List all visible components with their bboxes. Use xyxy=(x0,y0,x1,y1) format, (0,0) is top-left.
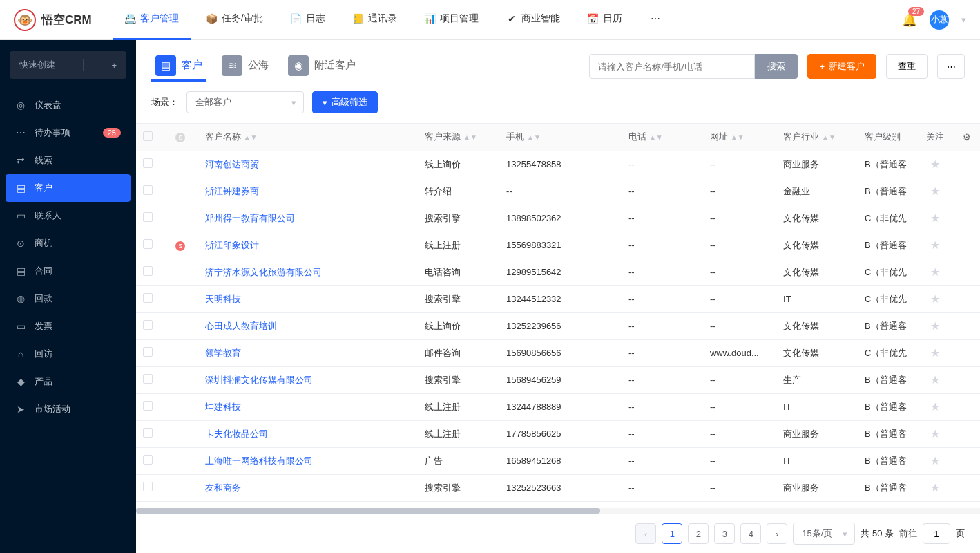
nav-item-7[interactable]: ⋯ xyxy=(637,0,673,40)
search-input[interactable] xyxy=(589,54,755,79)
user-avatar[interactable]: 小蔥 xyxy=(930,10,949,30)
cell-industry: 商业服务 xyxy=(776,474,858,501)
more-actions-button[interactable]: ⋯ xyxy=(937,54,965,79)
cell-industry: IT xyxy=(776,447,858,474)
sidebar-item-4[interactable]: ▭联系人 xyxy=(0,202,136,229)
star-icon[interactable]: ★ xyxy=(915,393,956,420)
star-icon[interactable]: ★ xyxy=(915,178,956,205)
row-checkbox[interactable] xyxy=(136,366,169,393)
nav-item-5[interactable]: ✔商业智能 xyxy=(494,0,573,40)
star-icon[interactable]: ★ xyxy=(915,205,956,232)
nav-item-0[interactable]: 📇客户管理 xyxy=(113,0,191,40)
col-mobile[interactable]: 手机▲▼ xyxy=(499,124,622,151)
col-name[interactable]: 客户名称▲▼ xyxy=(198,124,418,151)
col-level[interactable]: 客户级别 xyxy=(858,124,915,151)
customer-name-link[interactable]: 友和商务 xyxy=(198,474,418,501)
brand-logo[interactable]: 🐵 悟空CRM xyxy=(14,9,92,31)
advanced-filter-button[interactable]: ▾高级筛选 xyxy=(312,91,378,113)
customer-name-link[interactable]: 上海唯一网络科技有限公司 xyxy=(198,447,418,474)
sidebar-item-1[interactable]: ⋯待办事项25 xyxy=(0,119,136,147)
page-prev[interactable]: ‹ xyxy=(635,523,656,544)
row-checkbox[interactable] xyxy=(136,178,169,205)
customer-name-link[interactable]: 洛阳天侧正灿售楼处 xyxy=(198,501,418,508)
sidebar-item-8[interactable]: ▭发票 xyxy=(0,312,136,340)
customer-name-link[interactable]: 深圳抖澜文化传媒有限公司 xyxy=(198,366,418,393)
column-config-icon[interactable]: ⚙ xyxy=(956,124,980,151)
col-source[interactable]: 客户来源▲▼ xyxy=(418,124,499,151)
quick-create-button[interactable]: 快速创建 + xyxy=(10,51,126,79)
page-jump-input[interactable] xyxy=(923,523,950,544)
scene-select[interactable]: 全部客户 xyxy=(186,91,304,113)
nav-icon: 📅 xyxy=(588,13,599,24)
sidebar-item-0[interactable]: ◎仪表盘 xyxy=(0,91,136,119)
customer-name-link[interactable]: 天明科技 xyxy=(198,285,418,312)
customer-name-link[interactable]: 浙江印象设计 xyxy=(198,232,418,259)
row-checkbox[interactable] xyxy=(136,312,169,339)
row-checkbox[interactable] xyxy=(136,205,169,232)
star-icon[interactable]: ★ xyxy=(915,259,956,285)
customer-name-link[interactable]: 坤建科技 xyxy=(198,393,418,420)
row-checkbox[interactable] xyxy=(136,285,169,312)
customer-name-link[interactable]: 郑州得一教育有限公司 xyxy=(198,205,418,232)
row-checkbox[interactable] xyxy=(136,474,169,501)
row-checkbox[interactable] xyxy=(136,501,169,508)
dedupe-button[interactable]: 查重 xyxy=(886,54,928,79)
col-industry[interactable]: 客户行业▲▼ xyxy=(776,124,858,151)
customer-name-link[interactable]: 浙江钟建券商 xyxy=(198,178,418,205)
row-checkbox[interactable] xyxy=(136,447,169,474)
page-size-select[interactable]: 15条/页 xyxy=(793,523,855,545)
page-1[interactable]: 1 xyxy=(662,523,682,544)
sidebar-item-11[interactable]: ➤市场活动 xyxy=(0,395,136,423)
select-all-header[interactable] xyxy=(136,124,169,151)
star-icon[interactable]: ★ xyxy=(915,285,956,312)
row-checkbox[interactable] xyxy=(136,259,169,285)
star-icon[interactable]: ★ xyxy=(915,232,956,259)
sidebar-item-3[interactable]: ▤客户 xyxy=(6,174,131,202)
sidebar-item-10[interactable]: ◆产品 xyxy=(0,368,136,395)
customer-name-link[interactable]: 河南创达商贸 xyxy=(198,151,418,178)
horizontal-scrollbar[interactable] xyxy=(136,508,980,514)
star-icon[interactable]: ★ xyxy=(915,447,956,474)
tab-1[interactable]: ≋公海 xyxy=(218,51,273,82)
search-button[interactable]: 搜索 xyxy=(755,54,798,79)
sidebar-item-9[interactable]: ⌂回访 xyxy=(0,340,136,368)
star-icon[interactable]: ★ xyxy=(915,366,956,393)
page-next[interactable]: › xyxy=(767,523,787,544)
star-icon[interactable]: ★ xyxy=(915,339,956,366)
col-tel[interactable]: 电话▲▼ xyxy=(622,124,703,151)
nav-item-3[interactable]: 📒通讯录 xyxy=(340,0,410,40)
nav-item-4[interactable]: 📊项目管理 xyxy=(412,0,491,40)
notification-bell-icon[interactable]: 🔔27 xyxy=(902,12,917,28)
cell-industry: 文化传媒 xyxy=(776,312,858,339)
star-icon[interactable]: ★ xyxy=(915,474,956,501)
star-icon[interactable]: ★ xyxy=(915,312,956,339)
new-customer-button[interactable]: +新建客户 xyxy=(807,54,876,79)
sidebar-item-6[interactable]: ▤合同 xyxy=(0,257,136,285)
plus-icon[interactable]: + xyxy=(111,60,117,71)
page-4[interactable]: 4 xyxy=(740,523,761,544)
sidebar-item-5[interactable]: ⊙商机 xyxy=(0,229,136,257)
customer-name-link[interactable]: 济宁济水源文化旅游有限公司 xyxy=(198,259,418,285)
star-icon[interactable]: ★ xyxy=(915,151,956,178)
nav-item-6[interactable]: 📅日历 xyxy=(575,0,635,40)
col-web[interactable]: 网址▲▼ xyxy=(703,124,776,151)
page-2[interactable]: 2 xyxy=(688,523,709,544)
chevron-down-icon[interactable]: ▾ xyxy=(961,15,966,25)
row-checkbox[interactable] xyxy=(136,339,169,366)
row-checkbox[interactable] xyxy=(136,393,169,420)
sidebar-item-2[interactable]: ⇄线索 xyxy=(0,147,136,174)
tab-2[interactable]: ◉附近客户 xyxy=(284,51,360,82)
tab-0[interactable]: ▤客户 xyxy=(151,51,206,82)
page-3[interactable]: 3 xyxy=(714,523,735,544)
star-icon[interactable]: ★ xyxy=(915,420,956,447)
sidebar-item-7[interactable]: ◍回款 xyxy=(0,285,136,312)
row-checkbox[interactable] xyxy=(136,420,169,447)
customer-name-link[interactable]: 卡夫化妆品公司 xyxy=(198,420,418,447)
row-checkbox[interactable] xyxy=(136,151,169,178)
row-checkbox[interactable] xyxy=(136,232,169,259)
customer-name-link[interactable]: 领学教育 xyxy=(198,339,418,366)
nav-item-1[interactable]: 📦任务/审批 xyxy=(194,0,276,40)
star-icon[interactable]: ★ xyxy=(915,501,956,508)
nav-item-2[interactable]: 📄日志 xyxy=(278,0,338,40)
customer-name-link[interactable]: 心田成人教育培训 xyxy=(198,312,418,339)
